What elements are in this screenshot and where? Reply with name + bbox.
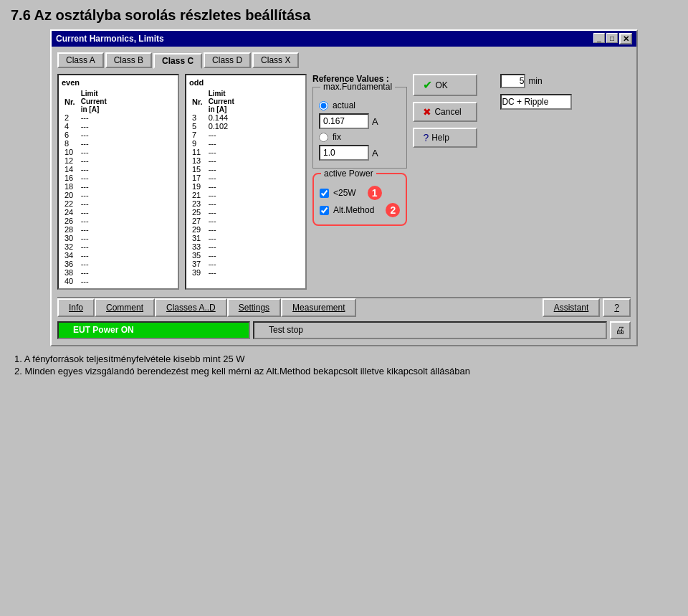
minimize-button[interactable]: _ — [593, 33, 605, 43]
tab-row: Class A Class B Class C Class D Class X — [57, 52, 631, 68]
buttons-column: ✔ OK ✖ Cancel ? Help — [413, 74, 492, 290]
table-row: 16--- — [62, 174, 110, 182]
radio-actual-row: actual — [319, 100, 401, 110]
table-row: 37--- — [189, 260, 237, 268]
tab-class-d[interactable]: Class D — [204, 52, 251, 68]
val-cell: --- — [206, 165, 237, 174]
val-cell: --- — [78, 268, 110, 277]
radio-actual[interactable] — [319, 101, 328, 110]
table-row: 36--- — [62, 260, 110, 268]
checkbox-altmethod[interactable] — [320, 206, 329, 215]
table-row: 21--- — [189, 191, 237, 199]
val-cell: --- — [206, 225, 237, 234]
cancel-label: Cancel — [434, 107, 461, 117]
table-row: 7--- — [189, 131, 237, 139]
tab-class-c[interactable]: Class C — [153, 53, 202, 69]
nr-cell: 38 — [62, 268, 78, 277]
val-cell: --- — [78, 131, 110, 139]
outer-value-row: min — [500, 74, 572, 88]
val-cell: --- — [78, 165, 110, 174]
nr-cell: 18 — [62, 182, 78, 191]
val-cell: --- — [206, 234, 237, 242]
tab-class-a[interactable]: Class A — [57, 52, 104, 68]
maximize-button[interactable]: □ — [606, 33, 618, 43]
ok-icon: ✔ — [423, 78, 432, 92]
val-cell: --- — [206, 199, 237, 208]
nr-cell: 11 — [189, 148, 206, 156]
nr-cell: 8 — [62, 139, 78, 148]
table-row: 11--- — [189, 148, 237, 156]
fundamental-group: max.Fundamental actual A — [312, 87, 407, 169]
val-cell: --- — [206, 139, 237, 148]
checkbox-25w-row: <25W 1 — [320, 186, 400, 200]
tab-class-x[interactable]: Class X — [252, 52, 299, 68]
toolbar-measurement-button[interactable]: Measurement — [281, 298, 356, 317]
table-row: 10--- — [62, 148, 110, 156]
ok-button[interactable]: ✔ OK — [413, 74, 477, 96]
toolbar-comment-button[interactable]: Comment — [95, 298, 155, 317]
print-button[interactable]: 🖨 — [610, 321, 631, 339]
nr-cell: 17 — [189, 174, 206, 182]
toolbar-settings-button[interactable]: Settings — [227, 298, 281, 317]
table-row: 12--- — [62, 156, 110, 165]
active-power-group: active Power <25W 1 Alt.Method 2 — [312, 173, 407, 226]
nr-cell: 32 — [62, 242, 78, 251]
nr-cell: 7 — [189, 131, 206, 139]
val-cell: --- — [206, 148, 237, 156]
nr-cell: 37 — [189, 260, 206, 268]
val-cell: --- — [206, 208, 237, 217]
nr-cell: 28 — [62, 225, 78, 234]
toolbar-info-button[interactable]: Info — [57, 298, 95, 317]
outer-ripple-input[interactable] — [500, 94, 572, 110]
outer-right-controls: min — [500, 74, 572, 290]
val-cell: --- — [206, 242, 237, 251]
help-label: Help — [431, 133, 449, 143]
val-cell: --- — [78, 174, 110, 182]
fix-value-input[interactable] — [319, 145, 369, 161]
val-cell: --- — [206, 174, 237, 182]
outer-ripple-row — [500, 94, 572, 110]
table-row: 38--- — [62, 268, 110, 277]
radio-actual-label: actual — [333, 100, 355, 110]
nr-cell: 2 — [62, 113, 78, 122]
nr-cell: 27 — [189, 217, 206, 225]
nr-cell: 6 — [62, 131, 78, 139]
odd-label: odd — [189, 78, 302, 87]
dialog-title: Current Harmonics, Limits — [56, 34, 164, 44]
outer-value-input[interactable] — [500, 74, 525, 88]
toolbar-question-button[interactable]: ? — [603, 298, 631, 317]
table-row: 22--- — [62, 199, 110, 208]
table-row: 4--- — [62, 122, 110, 131]
odd-col-limit: LimitCurrentin [A] — [206, 90, 237, 113]
table-row: 13--- — [189, 156, 237, 165]
tab-class-b[interactable]: Class B — [105, 52, 152, 68]
toolbar-classes-button[interactable]: Classes A..D — [155, 298, 227, 317]
nr-cell: 23 — [189, 199, 206, 208]
table-row: 9--- — [189, 139, 237, 148]
table-row: 25--- — [189, 208, 237, 217]
nr-cell: 33 — [189, 242, 206, 251]
val-cell: --- — [206, 251, 237, 260]
radio-fix[interactable] — [319, 133, 328, 142]
reference-values-group: Reference Values : max.Fundamental actua… — [312, 74, 407, 169]
checkbox-25w[interactable] — [320, 189, 329, 198]
help-button[interactable]: ? Help — [413, 128, 477, 148]
table-row: 6--- — [62, 131, 110, 139]
table-row: 15--- — [189, 165, 237, 174]
status-test-stop: Test stop — [253, 321, 607, 339]
nr-cell: 36 — [62, 260, 78, 268]
dialog-window: Current Harmonics, Limits _ □ ✕ Class A … — [50, 29, 638, 346]
table-row: 30.144 — [189, 113, 237, 122]
toolbar-assistant-button[interactable]: Assistant — [543, 298, 601, 317]
close-button[interactable]: ✕ — [619, 33, 632, 44]
cancel-button[interactable]: ✖ Cancel — [413, 102, 477, 122]
nr-cell: 15 — [189, 165, 206, 174]
outer-unit-label: min — [528, 76, 542, 86]
nr-cell: 26 — [62, 217, 78, 225]
val-cell: --- — [78, 277, 110, 285]
val-cell: --- — [78, 225, 110, 234]
right-panel: Reference Values : max.Fundamental actua… — [312, 74, 407, 290]
table-row: 33--- — [189, 242, 237, 251]
actual-value-input[interactable] — [319, 113, 369, 129]
val-cell: --- — [78, 251, 110, 260]
